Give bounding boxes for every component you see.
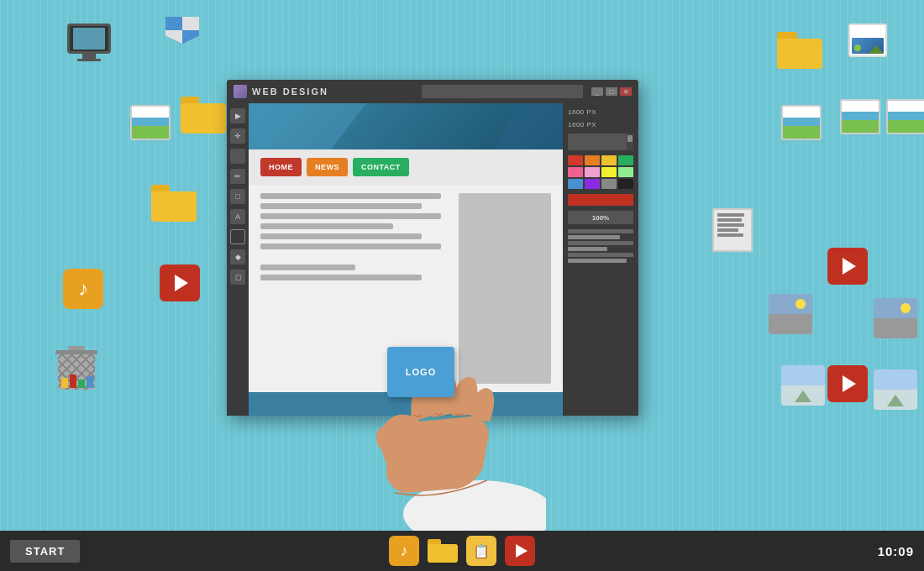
mockup-nav: HOME NEWS CONTACT [249,149,563,185]
app-window: WEB DESIGN _ □ ✕ ▶ ✛ ✏ □ A ◆ ◻ [227,80,638,416]
desktop-icon-photo-7[interactable] [874,298,917,338]
desktop-icon-monitor[interactable] [67,24,111,64]
window-title-icon [234,85,247,98]
content-line-7 [260,265,355,270]
content-line-2 [260,203,422,209]
taskbar-clock: 10:09 [878,544,914,558]
tool-diamond[interactable]: ◆ [230,249,245,265]
taskbar-icons: ♪ 📋 [389,536,535,566]
stripe-controls [568,229,633,263]
mockup-header [249,103,563,149]
desktop-icon-photo-1[interactable] [848,24,887,57]
desktop-icon-document[interactable] [712,208,753,252]
desktop-icon-photo-5[interactable] [886,99,924,134]
tool-move[interactable]: ✛ [230,128,245,144]
window-addressbar[interactable] [422,85,583,98]
window-title: WEB DESIGN [252,86,413,97]
nav-contact-btn[interactable]: CONTACT [353,158,409,176]
zoom-control[interactable]: 100% [568,211,633,224]
content-line-5 [260,233,422,239]
window-body: ▶ ✛ ✏ □ A ◆ ◻ [227,103,638,416]
tool-eraser[interactable]: ◻ [230,270,245,285]
desktop-icon-video-2[interactable] [827,248,868,285]
content-line-4 [260,223,393,229]
swatch-purple[interactable] [585,179,600,189]
taskbar-note-icon[interactable]: 📋 [466,536,496,566]
desktop-icon-video-3[interactable] [827,365,868,402]
logo-card[interactable]: LOGO [387,347,454,397]
start-button[interactable]: START [10,540,80,563]
window-left-toolbar: ▶ ✛ ✏ □ A ◆ ◻ [227,103,249,416]
swatch-yellow[interactable] [601,155,617,165]
size-height-label: 1600 PX [568,121,633,128]
swatch-green[interactable] [618,155,633,165]
stripe-6 [568,259,627,263]
window-controls: _ □ ✕ [591,87,632,96]
stripe-3 [568,241,633,245]
swatch-orange[interactable] [585,155,600,165]
swatch-lightyellow[interactable] [601,167,617,177]
swatch-gray[interactable] [601,179,617,189]
tool-rect[interactable]: □ [230,189,245,204]
desktop-icon-photo-4[interactable] [840,99,880,134]
window-titlebar: WEB DESIGN _ □ ✕ [227,80,638,103]
swatch-red[interactable] [568,155,583,165]
content-line-3 [260,213,441,219]
swatch-blue[interactable] [568,179,583,189]
size-width-label: 1600 PX [568,108,633,116]
desktop-icon-folder-yellow-2[interactable] [181,97,226,134]
scroll-area[interactable] [568,134,633,150]
stripe-1 [568,229,633,233]
nav-news-btn[interactable]: NEWS [307,158,348,176]
tool-arrow[interactable]: ▶ [230,108,245,123]
tool-text[interactable]: A [230,209,245,224]
content-line-8 [260,275,422,280]
tool-pencil[interactable]: ✏ [230,169,245,184]
stripe-5 [568,253,633,257]
swatch-lightgreen[interactable] [618,167,633,177]
taskbar-music-icon[interactable]: ♪ [389,536,419,566]
desktop-icon-photo-2[interactable] [130,105,171,140]
content-line-1 [260,193,441,199]
desktop-icon-photo-9[interactable] [874,369,917,410]
taskbar: START ♪ 📋 10:09 [0,531,924,571]
desktop-icon-photo-3[interactable] [781,105,822,140]
tool-hamburger[interactable] [230,149,245,164]
stripe-2 [568,235,620,239]
desktop-icon-trash[interactable] [55,353,98,400]
desktop-icon-music[interactable]: ♪ [63,269,103,309]
window-right-panel: 1600 PX 1600 PX [563,103,638,416]
content-line-6 [260,244,441,249]
swatch-dark[interactable] [618,179,633,189]
swatch-pink[interactable] [568,167,583,177]
close-button[interactable]: ✕ [620,87,632,96]
swatch-lightpink[interactable] [585,167,600,177]
desktop-icon-folder-yellow-3[interactable] [151,185,197,222]
desktop-icon-shield[interactable] [164,15,201,55]
stripe-4 [568,247,607,251]
desktop-icon-folder-yellow-1[interactable] [777,32,822,69]
desktop-icon-photo-8[interactable] [781,365,825,406]
accent-red-bar [568,194,633,206]
desktop-icon-video-1[interactable] [160,265,200,301]
desktop-icon-photo-6[interactable] [769,294,812,334]
color-palette [568,155,633,189]
tool-rect2[interactable] [230,229,245,244]
taskbar-folder-icon[interactable] [428,536,458,566]
minimize-button[interactable]: _ [591,87,603,96]
nav-home-btn[interactable]: HOME [260,158,302,176]
taskbar-play-icon[interactable] [505,536,535,566]
maximize-button[interactable]: □ [606,87,617,96]
